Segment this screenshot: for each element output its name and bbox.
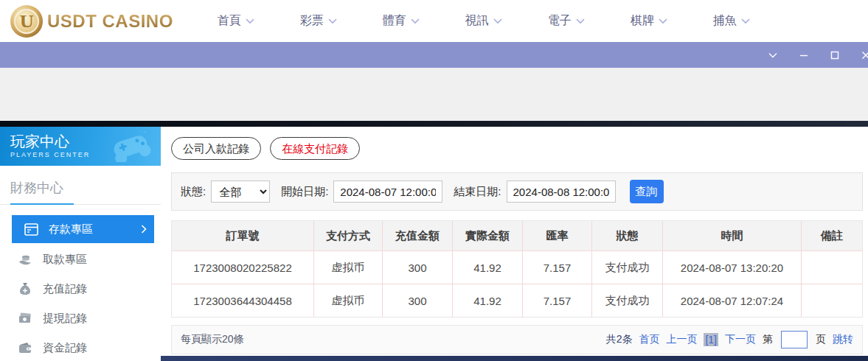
window-close-icon[interactable] (860, 49, 868, 61)
sidebar-item-recharge-record[interactable]: 充值記錄 (0, 274, 161, 304)
sidebar-item-label: 資金記錄 (43, 341, 87, 355)
window-maximize-icon[interactable] (829, 49, 841, 61)
content-area: 玩家中心 PLAYERS CENTER 財務中心 (0, 127, 868, 361)
cell-amount: 300 (383, 251, 453, 284)
page-background-gap (0, 68, 868, 121)
cell-method: 虚拟币 (314, 251, 383, 284)
start-date-input[interactable] (333, 180, 442, 203)
deposit-card-icon (24, 222, 38, 236)
pagination-bar: 每頁顯示20條 共2条 首页 上一页 [1] 下一页 第 页 跳转 (171, 325, 863, 354)
nav-label: 彩票 (300, 13, 324, 29)
next-page-link[interactable]: 下一页 (725, 333, 756, 346)
nav-item-slots[interactable]: 電子 (548, 13, 585, 29)
cell-actual: 41.92 (453, 251, 523, 284)
record-tabs: 公司入款記錄 在線支付記錄 (171, 137, 863, 160)
cell-status: 支付成功 (592, 251, 663, 284)
sidebar-item-withdraw-record[interactable]: 提現記錄 (0, 304, 161, 333)
cell-remark (802, 284, 862, 317)
sidebar-divider (0, 204, 161, 205)
coin-logo-icon: U (10, 5, 43, 38)
wallet-icon (18, 340, 32, 355)
prev-page-link[interactable]: 上一页 (666, 333, 697, 346)
cell-method: 虚拟币 (314, 284, 383, 317)
dark-divider-strip (0, 121, 868, 127)
top-header: U USDT CASINO 首頁 彩票 體育 視訊 電子 棋牌 捕魚 (0, 0, 868, 42)
col-header-actual: 實際金額 (453, 221, 523, 250)
sidebar-item-funds-record[interactable]: 資金記錄 (0, 333, 161, 361)
pager: 共2条 首页 上一页 [1] 下一页 第 页 跳转 (606, 331, 853, 348)
cell-actual: 41.92 (453, 284, 523, 317)
page-jump-input[interactable] (781, 331, 808, 348)
current-page-indicator: [1] (704, 333, 718, 346)
sidebar-item-label: 充值記錄 (43, 282, 87, 296)
chevron-down-icon (246, 18, 254, 24)
footer-strip (161, 356, 868, 361)
end-date-label: 結束日期: (454, 185, 501, 199)
sidebar-menu: 存款專區 取款專區 充值記錄 (0, 215, 161, 361)
first-page-link[interactable]: 首页 (639, 333, 659, 346)
main-panel: 公司入款記錄 在線支付記錄 狀態: 全部 開始日期: 結束日期: 查詢 訂單號 … (161, 127, 868, 361)
coin-letter: U (19, 12, 33, 31)
chevron-down-icon (328, 18, 337, 24)
nav-item-home[interactable]: 首頁 (218, 13, 254, 29)
status-select[interactable]: 全部 (211, 180, 270, 203)
sidebar-item-deposit[interactable]: 存款專區 (12, 215, 154, 243)
chevron-down-icon (576, 18, 585, 24)
start-date-label: 開始日期: (281, 185, 328, 199)
main-nav: 首頁 彩票 體育 視訊 電子 棋牌 捕魚 (218, 13, 750, 29)
payment-records-table: 訂單號 支付方式 充值金額 實際金額 匯率 狀態 時間 備註 172300802… (171, 220, 863, 318)
sidebar-item-label: 提現記錄 (43, 312, 87, 326)
cell-order-no: 1723008020225822 (172, 251, 314, 284)
cell-rate: 7.157 (523, 251, 592, 284)
status-label: 狀態: (181, 185, 206, 199)
hand-money-icon (18, 252, 32, 267)
logo[interactable]: U USDT CASINO (10, 5, 173, 38)
chevron-down-icon (493, 18, 502, 24)
end-date-input[interactable] (507, 180, 616, 203)
sidebar-section-title: 財務中心 (0, 166, 161, 204)
nav-item-sports[interactable]: 體育 (383, 13, 420, 29)
money-bag-icon (18, 281, 32, 296)
window-dropdown-icon[interactable] (767, 49, 779, 61)
cell-time: 2024-08-07 13:20:20 (663, 251, 802, 284)
sidebar-item-label: 存款專區 (49, 222, 93, 236)
nav-item-lottery[interactable]: 彩票 (300, 13, 337, 29)
gamepad-icon (108, 131, 153, 162)
col-header-time: 時間 (663, 221, 802, 250)
player-center-sidebar: 玩家中心 PLAYERS CENTER 財務中心 (0, 127, 161, 361)
nav-item-video[interactable]: 視訊 (465, 13, 502, 29)
chevron-down-icon (659, 18, 667, 24)
col-header-remark: 備註 (802, 221, 862, 250)
jump-action-link[interactable]: 跳转 (833, 333, 853, 346)
col-header-method: 支付方式 (314, 221, 383, 250)
table-row: 1723003644304458 虚拟币 300 41.92 7.157 支付成… (172, 284, 862, 317)
nav-label: 電子 (548, 13, 572, 29)
nav-item-cards[interactable]: 棋牌 (631, 13, 667, 29)
table-header-row: 訂單號 支付方式 充值金額 實際金額 匯率 狀態 時間 備註 (172, 221, 862, 250)
table-row: 1723008020225822 虚拟币 300 41.92 7.157 支付成… (172, 250, 862, 284)
window-minimize-icon[interactable] (798, 49, 810, 61)
col-header-amount: 充值金額 (383, 221, 453, 250)
nav-label: 視訊 (465, 13, 489, 29)
sidebar-item-label: 取款專區 (43, 253, 87, 267)
logo-text: USDT CASINO (47, 11, 173, 32)
nav-label: 體育 (383, 13, 406, 29)
jump-prefix-label: 第 (763, 333, 773, 346)
nav-label: 棋牌 (631, 13, 654, 29)
query-button[interactable]: 查詢 (630, 180, 664, 203)
col-header-status: 狀態 (592, 221, 663, 250)
banknotes-icon (18, 311, 32, 326)
filter-bar: 狀態: 全部 開始日期: 結束日期: 查詢 (171, 172, 863, 211)
cell-remark (802, 251, 862, 284)
nav-label: 首頁 (218, 13, 241, 29)
nav-item-fishing[interactable]: 捕魚 (713, 13, 750, 29)
col-header-order-no: 訂單號 (172, 221, 314, 250)
nav-label: 捕魚 (713, 13, 737, 29)
tab-company-deposit-record[interactable]: 公司入款記錄 (171, 137, 261, 160)
cell-status: 支付成功 (592, 284, 663, 317)
sidebar-header: 玩家中心 PLAYERS CENTER (0, 127, 161, 166)
window-title-bar (0, 42, 868, 68)
sidebar-item-withdraw[interactable]: 取款專區 (0, 245, 161, 274)
tab-online-payment-record[interactable]: 在線支付記錄 (270, 137, 360, 160)
cell-amount: 300 (383, 284, 453, 317)
